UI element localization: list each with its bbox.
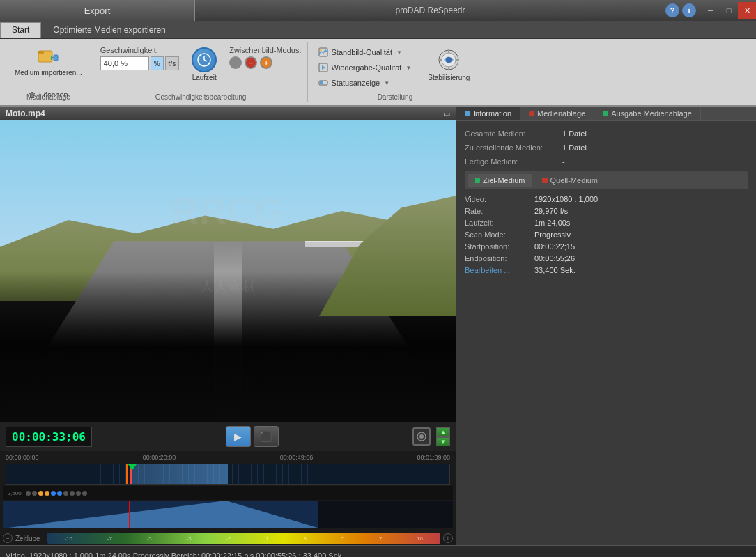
medienablage-content: Medium importieren... — [10, 43, 87, 88]
video-header: Moto.mp4 ▭ — [0, 107, 456, 120]
standbild-arrow: ▼ — [396, 49, 402, 56]
zwischen-btn-2[interactable]: − — [245, 56, 257, 69]
scan-detail-label: Scan Mode: — [465, 230, 534, 239]
timeline-track[interactable] — [6, 464, 450, 485]
ribbon-group-geschwindigkeit: Geschwindigkeit: % f/s — [95, 42, 308, 102]
zoom-in-icon[interactable]: + — [443, 533, 453, 543]
info-button[interactable]: i — [682, 3, 696, 17]
help-button[interactable]: ? — [665, 3, 679, 17]
laufzeit-button[interactable]: Laufzeit — [186, 46, 222, 83]
medienablage-label: Medienablage — [4, 93, 93, 101]
gesamte-label: Gesamte Medien: — [465, 130, 562, 138]
zwischen-btn-1[interactable] — [229, 56, 242, 69]
scale-mark-0: -10 — [64, 535, 72, 542]
medien-tab-label: Medienablage — [537, 109, 585, 118]
speed-input[interactable] — [100, 56, 149, 70]
subtab-quell[interactable]: Quell-Medium — [535, 174, 605, 187]
zwischen-label: Zwischenbild-Modus: — [229, 46, 301, 54]
import-icon — [37, 45, 59, 68]
bearbeiten-link[interactable]: Bearbeiten ... — [465, 266, 534, 274]
status-bar: Video: 1920x1080 : 1,000 1m 24,00s Progr… — [0, 545, 756, 557]
info-tabs: Information Medienablage Ausgabe Mediena… — [456, 107, 756, 121]
close-button[interactable]: ✕ — [738, 2, 756, 19]
tab-information[interactable]: Information — [456, 107, 520, 120]
wiedergabe-label: Wiedergabe-Qualität — [332, 63, 402, 72]
info-tab-indicator — [465, 111, 470, 116]
ramp-marker — [126, 464, 128, 484]
wiedergabe-arrow: ▼ — [406, 65, 411, 71]
fps-unit-button[interactable]: f/s — [165, 56, 180, 70]
dot-1 — [26, 491, 31, 496]
scale-mark-4: -2 — [226, 535, 231, 542]
svg-rect-10 — [320, 81, 323, 84]
info-row-erstellen: Zu erstellende Medien: 1 Datei — [465, 143, 748, 152]
video-minimize-icon[interactable]: ▭ — [443, 109, 450, 118]
nav-up-button[interactable]: ▲ — [436, 427, 450, 437]
zoom-out-icon[interactable]: − — [3, 533, 13, 543]
speed-scale-neg: -2,500 — [6, 490, 22, 496]
subtab-ziel[interactable]: Ziel-Medium — [468, 174, 532, 187]
speed-zoom-bar: − Zeitlupe -10 -7 -5 -3 -2 1 3 5 7 10 + — [0, 531, 456, 545]
stabilisierung-label: Stabilisierung — [428, 74, 470, 81]
scale-mark-6: 3 — [303, 535, 306, 542]
standbild-label: Standbild-Qualität — [332, 48, 392, 56]
timeline-mark-2: 00:00:49;06 — [280, 454, 314, 461]
time-display: 00:00:33;06 — [6, 427, 92, 447]
import-button[interactable]: Medium importieren... — [10, 43, 87, 79]
ausgabe-tab-indicator — [603, 111, 608, 116]
stabilisierung-button[interactable]: Stabilisierung — [422, 46, 475, 83]
nav-down-button[interactable]: ▼ — [436, 437, 450, 446]
speed-control: Geschwindigkeit: % f/s — [100, 46, 179, 70]
window-controls: ─ □ ✕ — [702, 2, 756, 19]
stop-button[interactable]: ⬛ — [254, 426, 279, 447]
snap-button[interactable] — [412, 427, 431, 446]
tab-medienablage[interactable]: Medienablage — [520, 107, 594, 120]
video-scene: RRCG 人人素材 — [0, 120, 456, 422]
control-buttons: ▶ ⬛ — [98, 426, 407, 447]
scale-mark-3: -3 — [187, 535, 192, 542]
video-title: Moto.mp4 — [6, 109, 45, 118]
stabilisierung-icon — [436, 47, 461, 72]
fertige-value: - — [562, 157, 565, 166]
dot-4 — [45, 491, 49, 496]
maximize-button[interactable]: □ — [720, 2, 738, 19]
info-tab-label: Information — [473, 109, 511, 118]
clock-icon — [196, 52, 213, 68]
gesamte-value: 1 Datei — [562, 130, 587, 138]
svg-marker-21 — [3, 501, 318, 528]
zwischen-btn-3[interactable]: + — [260, 56, 272, 69]
statusanzeige-arrow: ▼ — [384, 80, 389, 86]
wiedergabe-row[interactable]: Wiedergabe-Qualität ▼ — [315, 61, 415, 74]
statusanzeige-row[interactable]: Statusanzeige ▼ — [315, 77, 415, 89]
erstellen-value: 1 Datei — [562, 143, 587, 152]
app-title: proDAD ReSpeedr — [195, 6, 665, 15]
watermark-2: 人人素材 — [200, 277, 256, 296]
speed-bar — [3, 501, 453, 528]
timeline-mark-1: 00:00:20;00 — [143, 454, 176, 461]
rate-detail-value: 29,970 f/s — [534, 207, 568, 215]
svg-line-5 — [204, 60, 207, 61]
standbild-row[interactable]: Standbild-Qualität ▼ — [315, 46, 415, 58]
scale-marks: -10 -7 -5 -3 -2 1 3 5 7 10 — [47, 533, 440, 544]
play-button[interactable]: ▶ — [226, 426, 251, 447]
tab-ausgabe[interactable]: Ausgabe Medienablage — [594, 107, 701, 120]
medien-tab-indicator — [529, 111, 534, 116]
tab-export[interactable]: Optimierte Medien exportieren — [41, 22, 177, 38]
detail-row-rate: Rate: 29,970 f/s — [465, 207, 748, 215]
speed-curve — [3, 501, 318, 528]
tab-start[interactable]: Start — [0, 22, 41, 38]
nav-buttons: ▲ ▼ — [436, 427, 450, 446]
scale-mark-1: -7 — [107, 535, 112, 542]
timeline-mark-3: 00:01:09;08 — [417, 454, 450, 461]
percent-unit-button[interactable]: % — [151, 56, 164, 70]
endpos-detail-value: 00:00:55;26 — [534, 254, 575, 262]
video-panel: Moto.mp4 ▭ RRCG 人人素材 — [0, 107, 456, 545]
zeitlupe-label: Zeitlupe — [15, 535, 40, 542]
dot-7 — [63, 491, 68, 496]
video-detail-label: Video: — [465, 195, 534, 203]
scale-mark-5: 1 — [265, 535, 268, 542]
svg-point-7 — [319, 49, 321, 52]
laufzeit-detail-label: Laufzeit: — [465, 219, 534, 227]
minimize-button[interactable]: ─ — [702, 2, 720, 19]
laufzeit-label: Laufzeit — [192, 74, 217, 81]
